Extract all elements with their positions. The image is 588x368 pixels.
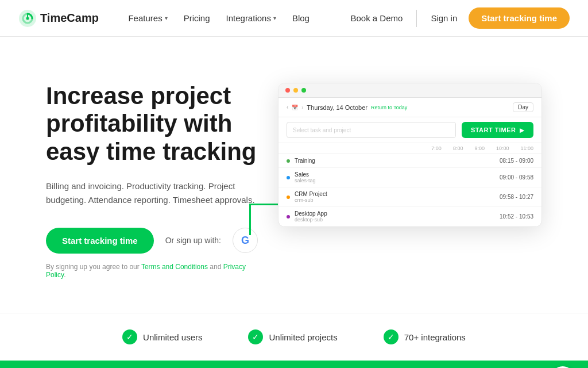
app-search-placeholder: Select task and project [293, 127, 351, 133]
logo-text: TimeCamp [40, 12, 99, 25]
signup-with-label: Or sign up with: [165, 236, 221, 245]
entry-color-dot [287, 176, 290, 179]
nav-integrations[interactable]: Integrations ▾ [226, 13, 276, 23]
app-entry-desktop: Desktop App desktop-sub 10:52 - 10:53 [278, 207, 541, 227]
features-bar: ✓ Unlimited users ✓ Unlimited projects ✓… [0, 313, 588, 361]
entry-time: 10:52 - 10:53 [500, 213, 533, 220]
nav-signin[interactable]: Sign in [419, 13, 469, 23]
entry-name: Desktop App [295, 210, 327, 217]
entry-name: Sales [295, 171, 316, 178]
entry-color-dot [287, 195, 290, 199]
check-icon-projects: ✓ [248, 329, 263, 344]
entry-sub: sales-tag [295, 178, 316, 183]
entry-sub: crm-sub [295, 197, 327, 203]
feature-label-integrations: 70+ integrations [404, 332, 466, 342]
deco-line-h [249, 204, 281, 205]
app-date-icon: 📅 [292, 105, 298, 110]
nav-links: Features ▾ Pricing Integrations ▾ Blog [128, 13, 309, 23]
feature-label-projects: Unlimited projects [269, 332, 337, 342]
app-return-today[interactable]: Return to Today [371, 105, 407, 110]
app-nav-arrow-left[interactable]: ‹ [287, 104, 288, 110]
hero-cta-button[interactable]: Start tracking time [46, 228, 154, 254]
app-date-text: Thursday, 14 October [307, 104, 368, 111]
check-icon-users: ✓ [122, 329, 137, 344]
hero-subtitle: Billing and invoicing. Productivity trac… [46, 179, 266, 207]
entry-name: Training [295, 158, 315, 164]
nav-book-demo[interactable]: Book a Demo [339, 13, 415, 23]
nav-cta-button[interactable]: Start tracking time [469, 7, 570, 29]
feature-unlimited-users: ✓ Unlimited users [122, 329, 202, 344]
app-start-timer-btn[interactable]: START TIMER ▶ [462, 122, 533, 138]
entry-sub: desktop-sub [295, 217, 327, 223]
nav-right: Book a Demo Sign in Start tracking time [339, 7, 570, 29]
entry-time: 08:15 - 09:00 [500, 158, 533, 164]
check-icon-integrations: ✓ [384, 329, 399, 344]
navbar: TimeCamp Features ▾ Pricing Integrations… [0, 0, 588, 37]
entry-time: 09:58 - 10:27 [500, 194, 533, 200]
trusted-banner: Trusted by 18,000 teams from all over th… [0, 361, 588, 368]
logo[interactable]: TimeCamp [18, 9, 99, 28]
entry-time: 09:00 - 09:58 [500, 174, 533, 181]
window-dot-yellow [293, 88, 298, 93]
chevron-down-icon-2: ▾ [273, 15, 276, 21]
app-time-axis: 7:00 8:00 9:00 10:00 11:00 [278, 143, 541, 154]
app-timer-row: Select task and project START TIMER ▶ [278, 117, 541, 143]
app-entry-training: Training 08:15 - 09:00 [278, 154, 541, 168]
google-signup-button[interactable]: G [233, 228, 258, 253]
hero-terms: By signing up you agree to our Terms and… [46, 263, 266, 279]
app-entry-crm: CRM Project crm-sub 09:58 - 10:27 [278, 187, 541, 207]
app-preview: ‹ 📅 › Thursday, 14 October Return to Tod… [278, 83, 542, 227]
feature-integrations: ✓ 70+ integrations [384, 329, 466, 344]
hero-actions: Start tracking time Or sign up with: G [46, 228, 266, 254]
app-date-header: ‹ 📅 › Thursday, 14 October Return to Tod… [278, 98, 541, 117]
nav-divider [416, 10, 417, 27]
hero-title: Increase project profitability with easy… [46, 82, 266, 166]
window-dot-red [285, 88, 290, 93]
feature-label-users: Unlimited users [143, 332, 202, 342]
terms-link[interactable]: Terms and Conditions [141, 263, 208, 271]
app-day-btn[interactable]: Day [513, 102, 533, 112]
chevron-down-icon: ▾ [165, 15, 168, 21]
entry-color-dot [287, 159, 290, 163]
logo-icon [18, 9, 37, 28]
window-dot-green [301, 88, 306, 93]
app-topbar [278, 83, 541, 98]
hero-section: Increase project profitability with easy… [0, 37, 588, 313]
play-icon: ▶ [520, 127, 525, 133]
app-search-box[interactable]: Select task and project [287, 122, 456, 138]
entry-color-dot [287, 215, 290, 218]
nav-features[interactable]: Features ▾ [128, 13, 167, 23]
nav-blog[interactable]: Blog [292, 13, 310, 23]
hero-content: Increase project profitability with easy… [46, 82, 266, 279]
deco-line-v [249, 204, 251, 235]
feature-unlimited-projects: ✓ Unlimited projects [248, 329, 337, 344]
nav-pricing[interactable]: Pricing [184, 13, 210, 23]
app-nav-arrow-right[interactable]: › [301, 105, 303, 110]
app-entry-sales: Sales sales-tag 09:00 - 09:58 [278, 168, 541, 187]
app-preview-container: ‹ 📅 › Thursday, 14 October Return to Tod… [266, 94, 542, 267]
entry-name: CRM Project [295, 191, 327, 197]
